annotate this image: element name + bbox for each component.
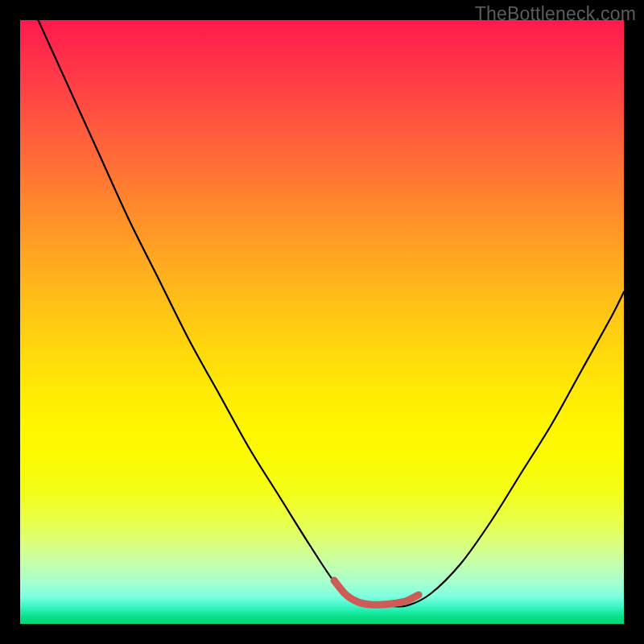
plot-area xyxy=(20,20,624,624)
optimal-range-marker xyxy=(334,580,419,605)
chart-svg xyxy=(20,20,624,624)
plot-area-border xyxy=(20,20,624,624)
chart-frame: TheBottleneck.com xyxy=(0,0,644,644)
bottleneck-curve xyxy=(39,20,625,607)
watermark-text: TheBottleneck.com xyxy=(475,3,636,25)
